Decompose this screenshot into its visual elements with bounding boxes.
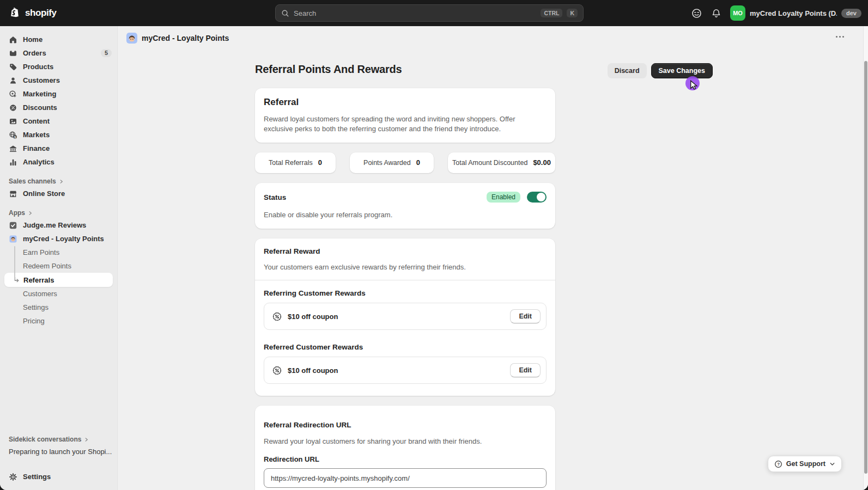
chevron-right-icon	[28, 211, 33, 216]
svg-text:?: ?	[777, 462, 780, 467]
sidebar-item-orders[interactable]: Orders 5	[0, 46, 117, 60]
admin-frame: Home Orders 5 Products Customers Marketi…	[0, 26, 868, 490]
sidebar-item-label: Online Store	[23, 189, 65, 198]
orders-icon	[9, 49, 17, 58]
sidebar-item-redeem-points[interactable]: Redeem Points	[0, 259, 117, 273]
status-badge: Enabled	[487, 192, 520, 203]
sidebar-item-label: Discounts	[23, 103, 57, 112]
sidebar-item-marketing[interactable]: Marketing	[0, 87, 117, 101]
sidebar-item-home[interactable]: Home	[0, 33, 117, 46]
page-content: Referral Points And Rewards Discard Save…	[118, 50, 868, 490]
referred-reward-label: $10 off coupon	[288, 366, 338, 375]
stat-value: $0.00	[533, 158, 551, 167]
sidebar-item-settings[interactable]: Settings	[0, 470, 117, 483]
discount-seal-icon	[272, 365, 282, 376]
sidekick-icon[interactable]	[691, 8, 702, 19]
sidebar-item-markets[interactable]: $ Markets	[0, 128, 117, 142]
shopify-wordmark: shopify	[25, 8, 57, 19]
divider	[255, 280, 555, 280]
shopify-logo[interactable]: shopify	[0, 7, 57, 20]
tag-icon	[9, 63, 17, 71]
sidebar-item-content[interactable]: Content	[0, 114, 117, 128]
stat-value: 0	[318, 158, 322, 167]
sidebar-item-label: Settings	[23, 473, 51, 481]
scrollbar-track[interactable]	[863, 26, 868, 490]
sidebar-item-online-store[interactable]: Online Store	[0, 187, 117, 200]
gear-icon	[9, 473, 17, 481]
stat-label: Points Awarded	[363, 159, 411, 167]
referring-reward-row: $10 off coupon Edit	[264, 303, 547, 330]
search-placeholder: Search	[294, 9, 536, 17]
account-name: myCred Loyalty Points (D...	[750, 9, 837, 17]
discount-seal-icon	[272, 311, 282, 322]
sidebar-item-analytics[interactable]: Analytics	[0, 155, 117, 169]
storefront-icon	[9, 189, 17, 198]
sidebar-item-referrals-active[interactable]: Referrals	[4, 273, 113, 287]
sidebar-item-label: Content	[23, 117, 50, 125]
sidebar-item-app-customers[interactable]: Customers	[0, 287, 117, 301]
shopify-bag-icon	[9, 7, 22, 20]
sidebar-item-app-pricing[interactable]: Pricing	[0, 314, 117, 328]
subnav-connector-line	[14, 246, 15, 280]
bar-chart-icon	[9, 158, 17, 167]
scrollbar-thumb[interactable]	[864, 61, 867, 474]
referral-reward-card: Referral Reward Your customers earn excl…	[255, 238, 555, 396]
sales-channels-header[interactable]: Sales channels	[0, 176, 117, 187]
chevron-right-icon	[59, 179, 64, 184]
sidebar-item-label: Home	[23, 35, 43, 44]
sidebar-item-label: Referrals	[23, 276, 54, 284]
sidebar-item-judgeme[interactable]: Judge.me Reviews	[0, 218, 117, 232]
get-support-button[interactable]: ? Get Support	[768, 456, 842, 472]
sidebar-item-label: Customers	[23, 290, 57, 298]
bank-icon	[9, 144, 17, 153]
search-input[interactable]: Search CTRL K	[275, 4, 584, 22]
search-icon	[281, 9, 289, 17]
sidebar-item-app-settings[interactable]: Settings	[0, 301, 117, 314]
app-title: myCred - Loyalty Points	[142, 34, 229, 42]
topbar: shopify Search CTRL K MO myCred Loyalty …	[0, 0, 868, 26]
sidekick-conversations-header[interactable]: Sidekick conversations	[0, 434, 117, 445]
sidebar-item-finance[interactable]: Finance	[0, 142, 117, 155]
stat-total-referrals: Total Referrals 0	[255, 152, 336, 173]
referral-card-title: Referral	[264, 97, 547, 108]
judgeme-check-icon	[9, 221, 17, 230]
avatar: MO	[730, 5, 745, 21]
status-title: Status	[264, 193, 286, 201]
sidebar-item-label: Earn Points	[23, 248, 59, 256]
sidebar-item-label: Judge.me Reviews	[23, 221, 86, 229]
edit-referred-reward-button[interactable]: Edit	[510, 363, 541, 377]
edit-referring-reward-button[interactable]: Edit	[510, 309, 541, 323]
sidebar-item-products[interactable]: Products	[0, 60, 117, 74]
mycred-app-icon	[9, 235, 17, 243]
apps-header[interactable]: Apps	[0, 207, 117, 218]
sidebar-item-label: Finance	[23, 144, 50, 152]
sidebar-item-customers[interactable]: Customers	[0, 74, 117, 87]
sidebar-item-label: Customers	[23, 76, 60, 84]
sidekick-conversation-item[interactable]: Preparing to launch your Shopi...	[0, 445, 117, 458]
sidebar-item-mycred[interactable]: myCred - Loyalty Points	[0, 232, 117, 246]
status-description: Enable or disable your referrals program…	[264, 210, 547, 220]
more-menu-icon[interactable]	[836, 36, 844, 38]
discard-button[interactable]: Discard	[608, 63, 647, 78]
status-toggle[interactable]	[527, 192, 547, 203]
person-icon	[9, 76, 17, 85]
sidekick-label: Sidekick conversations	[9, 436, 81, 443]
sidebar-item-label: myCred - Loyalty Points	[23, 235, 104, 243]
sidebar: Home Orders 5 Products Customers Marketi…	[0, 26, 117, 490]
save-changes-button[interactable]: Save Changes	[651, 63, 713, 78]
sidebar-item-discounts[interactable]: Discounts	[0, 101, 117, 114]
stat-label: Total Referrals	[269, 159, 313, 167]
sidebar-item-label: Markets	[23, 131, 50, 139]
sidebar-item-earn-points[interactable]: Earn Points	[0, 246, 117, 259]
app-header: myCred - Loyalty Points	[118, 26, 868, 50]
env-badge: dev	[841, 9, 861, 18]
redirection-url-input[interactable]	[264, 468, 547, 488]
orders-count-badge: 5	[101, 49, 112, 57]
status-card: Status Enabled Enable or disable your re…	[255, 183, 555, 229]
account-menu[interactable]: MO myCred Loyalty Points (D... dev	[730, 5, 861, 21]
notifications-bell-icon[interactable]	[711, 8, 721, 19]
sidebar-item-label: Redeem Points	[23, 262, 71, 270]
shortcut-ctrl-key: CTRL	[541, 9, 562, 18]
stat-value: 0	[416, 158, 420, 167]
marketing-icon	[9, 90, 17, 99]
